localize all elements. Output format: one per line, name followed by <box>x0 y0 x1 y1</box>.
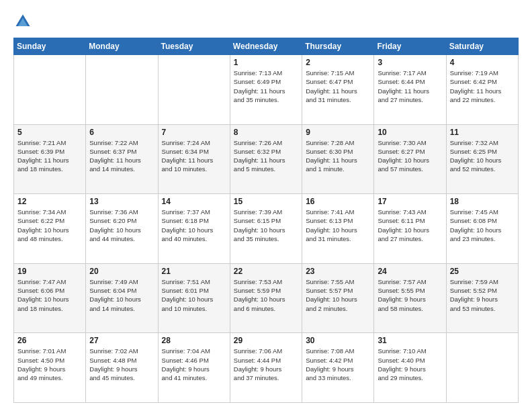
day-info: Sunrise: 7:21 AM Sunset: 6:39 PM Dayligh… <box>17 138 82 174</box>
day-number: 24 <box>378 267 442 276</box>
weekday-header-monday: Monday <box>86 38 158 55</box>
day-number: 16 <box>306 197 370 206</box>
day-info: Sunrise: 7:39 AM Sunset: 6:15 PM Dayligh… <box>234 208 298 243</box>
calendar-cell: 27Sunrise: 7:02 AM Sunset: 4:48 PM Dayli… <box>86 333 158 403</box>
calendar-cell: 26Sunrise: 7:01 AM Sunset: 4:50 PM Dayli… <box>14 333 86 403</box>
day-info: Sunrise: 7:17 AM Sunset: 6:44 PM Dayligh… <box>378 68 442 104</box>
day-number: 3 <box>378 58 442 67</box>
calendar-cell <box>14 55 86 125</box>
calendar-cell: 6Sunrise: 7:22 AM Sunset: 6:37 PM Daylig… <box>86 124 158 194</box>
day-info: Sunrise: 7:34 AM Sunset: 6:22 PM Dayligh… <box>17 208 82 243</box>
logo <box>13 12 35 31</box>
day-number: 29 <box>234 336 298 345</box>
page: SundayMondayTuesdayWednesdayThursdayFrid… <box>0 0 532 411</box>
day-info: Sunrise: 7:59 AM Sunset: 5:52 PM Dayligh… <box>450 277 515 313</box>
day-info: Sunrise: 7:41 AM Sunset: 6:13 PM Dayligh… <box>306 208 370 243</box>
day-number: 25 <box>450 267 515 276</box>
calendar-cell: 14Sunrise: 7:37 AM Sunset: 6:18 PM Dayli… <box>158 194 230 264</box>
day-info: Sunrise: 7:01 AM Sunset: 4:50 PM Dayligh… <box>17 347 82 382</box>
weekday-header-tuesday: Tuesday <box>158 38 230 55</box>
day-number: 4 <box>450 58 515 67</box>
day-info: Sunrise: 7:22 AM Sunset: 6:37 PM Dayligh… <box>89 138 154 174</box>
weekday-header-row: SundayMondayTuesdayWednesdayThursdayFrid… <box>14 38 519 55</box>
calendar-cell: 18Sunrise: 7:45 AM Sunset: 6:08 PM Dayli… <box>446 194 518 264</box>
day-info: Sunrise: 7:45 AM Sunset: 6:08 PM Dayligh… <box>450 208 515 243</box>
calendar-cell: 16Sunrise: 7:41 AM Sunset: 6:13 PM Dayli… <box>302 194 374 264</box>
day-number: 18 <box>450 197 515 206</box>
week-row-1: 5Sunrise: 7:21 AM Sunset: 6:39 PM Daylig… <box>14 124 519 194</box>
calendar-cell: 10Sunrise: 7:30 AM Sunset: 6:27 PM Dayli… <box>374 124 446 194</box>
day-info: Sunrise: 7:19 AM Sunset: 6:42 PM Dayligh… <box>450 68 515 104</box>
day-info: Sunrise: 7:30 AM Sunset: 6:27 PM Dayligh… <box>378 138 442 174</box>
day-info: Sunrise: 7:15 AM Sunset: 6:47 PM Dayligh… <box>306 68 370 104</box>
day-number: 30 <box>306 336 370 345</box>
day-number: 14 <box>162 197 226 206</box>
week-row-3: 19Sunrise: 7:47 AM Sunset: 6:06 PM Dayli… <box>14 263 519 333</box>
calendar-cell: 11Sunrise: 7:32 AM Sunset: 6:25 PM Dayli… <box>446 124 518 194</box>
day-number: 27 <box>89 336 154 345</box>
day-info: Sunrise: 7:24 AM Sunset: 6:34 PM Dayligh… <box>162 138 226 174</box>
day-info: Sunrise: 7:06 AM Sunset: 4:44 PM Dayligh… <box>234 347 298 382</box>
calendar-cell: 5Sunrise: 7:21 AM Sunset: 6:39 PM Daylig… <box>14 124 86 194</box>
calendar-cell <box>446 333 518 403</box>
calendar-cell: 13Sunrise: 7:36 AM Sunset: 6:20 PM Dayli… <box>86 194 158 264</box>
day-number: 7 <box>162 128 226 137</box>
day-number: 20 <box>89 267 154 276</box>
day-number: 8 <box>234 128 298 137</box>
day-number: 12 <box>17 197 82 206</box>
day-number: 6 <box>89 128 154 137</box>
day-info: Sunrise: 7:43 AM Sunset: 6:11 PM Dayligh… <box>378 208 442 243</box>
day-info: Sunrise: 7:02 AM Sunset: 4:48 PM Dayligh… <box>89 347 154 382</box>
day-number: 17 <box>378 197 442 206</box>
day-info: Sunrise: 7:13 AM Sunset: 6:49 PM Dayligh… <box>234 68 298 104</box>
day-info: Sunrise: 7:37 AM Sunset: 6:18 PM Dayligh… <box>162 208 226 243</box>
calendar-cell: 25Sunrise: 7:59 AM Sunset: 5:52 PM Dayli… <box>446 263 518 333</box>
calendar-cell: 3Sunrise: 7:17 AM Sunset: 6:44 PM Daylig… <box>374 55 446 125</box>
calendar: SundayMondayTuesdayWednesdayThursdayFrid… <box>13 38 519 403</box>
day-info: Sunrise: 7:55 AM Sunset: 5:57 PM Dayligh… <box>306 277 370 313</box>
day-info: Sunrise: 7:32 AM Sunset: 6:25 PM Dayligh… <box>450 138 515 174</box>
day-number: 22 <box>234 267 298 276</box>
calendar-cell: 19Sunrise: 7:47 AM Sunset: 6:06 PM Dayli… <box>14 263 86 333</box>
day-info: Sunrise: 7:26 AM Sunset: 6:32 PM Dayligh… <box>234 138 298 174</box>
week-row-0: 1Sunrise: 7:13 AM Sunset: 6:49 PM Daylig… <box>14 55 519 125</box>
calendar-cell: 12Sunrise: 7:34 AM Sunset: 6:22 PM Dayli… <box>14 194 86 264</box>
day-number: 15 <box>234 197 298 206</box>
weekday-header-thursday: Thursday <box>302 38 374 55</box>
calendar-cell: 2Sunrise: 7:15 AM Sunset: 6:47 PM Daylig… <box>302 55 374 125</box>
day-number: 23 <box>306 267 370 276</box>
day-number: 11 <box>450 128 515 137</box>
day-number: 5 <box>17 128 82 137</box>
week-row-2: 12Sunrise: 7:34 AM Sunset: 6:22 PM Dayli… <box>14 194 519 264</box>
day-number: 2 <box>306 58 370 67</box>
day-info: Sunrise: 7:04 AM Sunset: 4:46 PM Dayligh… <box>162 347 226 382</box>
day-number: 10 <box>378 128 442 137</box>
calendar-cell: 22Sunrise: 7:53 AM Sunset: 5:59 PM Dayli… <box>230 263 302 333</box>
logo-icon <box>13 12 32 31</box>
calendar-cell: 7Sunrise: 7:24 AM Sunset: 6:34 PM Daylig… <box>158 124 230 194</box>
calendar-cell: 31Sunrise: 7:10 AM Sunset: 4:40 PM Dayli… <box>374 333 446 403</box>
calendar-cell: 20Sunrise: 7:49 AM Sunset: 6:04 PM Dayli… <box>86 263 158 333</box>
day-info: Sunrise: 7:51 AM Sunset: 6:01 PM Dayligh… <box>162 277 226 313</box>
weekday-header-wednesday: Wednesday <box>230 38 302 55</box>
weekday-header-friday: Friday <box>374 38 446 55</box>
weekday-header-sunday: Sunday <box>14 38 86 55</box>
day-number: 26 <box>17 336 82 345</box>
calendar-cell: 17Sunrise: 7:43 AM Sunset: 6:11 PM Dayli… <box>374 194 446 264</box>
calendar-cell <box>86 55 158 125</box>
day-info: Sunrise: 7:47 AM Sunset: 6:06 PM Dayligh… <box>17 277 82 313</box>
day-number: 19 <box>17 267 82 276</box>
calendar-cell: 23Sunrise: 7:55 AM Sunset: 5:57 PM Dayli… <box>302 263 374 333</box>
calendar-cell <box>158 55 230 125</box>
day-info: Sunrise: 7:57 AM Sunset: 5:55 PM Dayligh… <box>378 277 442 313</box>
calendar-cell: 28Sunrise: 7:04 AM Sunset: 4:46 PM Dayli… <box>158 333 230 403</box>
day-info: Sunrise: 7:10 AM Sunset: 4:40 PM Dayligh… <box>378 347 442 382</box>
calendar-cell: 1Sunrise: 7:13 AM Sunset: 6:49 PM Daylig… <box>230 55 302 125</box>
day-number: 28 <box>162 336 226 345</box>
calendar-cell: 24Sunrise: 7:57 AM Sunset: 5:55 PM Dayli… <box>374 263 446 333</box>
calendar-cell: 15Sunrise: 7:39 AM Sunset: 6:15 PM Dayli… <box>230 194 302 264</box>
calendar-cell: 21Sunrise: 7:51 AM Sunset: 6:01 PM Dayli… <box>158 263 230 333</box>
calendar-cell: 8Sunrise: 7:26 AM Sunset: 6:32 PM Daylig… <box>230 124 302 194</box>
day-number: 1 <box>234 58 298 67</box>
calendar-cell: 30Sunrise: 7:08 AM Sunset: 4:42 PM Dayli… <box>302 333 374 403</box>
